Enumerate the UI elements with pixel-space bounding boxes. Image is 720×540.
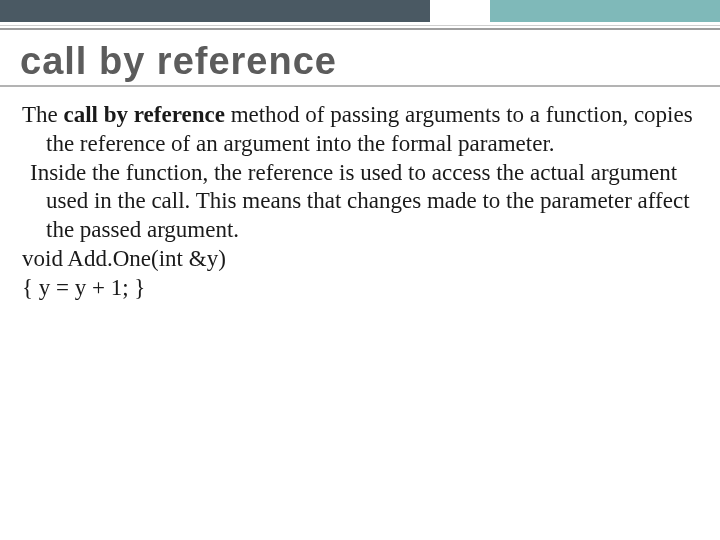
header-bar xyxy=(0,0,720,34)
code-block: void Add.One(int &y) { y = y + 1; } xyxy=(22,245,698,303)
header-medium-rule xyxy=(0,28,720,30)
paragraph-1: The call by reference method of passing … xyxy=(22,101,698,159)
header-segment-gap xyxy=(430,0,490,22)
header-segment-dark xyxy=(0,0,430,22)
paragraph-2: Inside the function, the reference is us… xyxy=(22,159,698,245)
slide-title: call by reference xyxy=(0,34,720,85)
header-thin-rule xyxy=(0,25,720,26)
header-segment-teal xyxy=(490,0,720,22)
code-line-1: void Add.One(int &y) xyxy=(22,245,698,274)
code-line-2: { y = y + 1; } xyxy=(22,274,698,303)
p1-bold-term: call by reference xyxy=(64,102,225,127)
title-underline xyxy=(0,85,720,87)
slide-body: The call by reference method of passing … xyxy=(0,97,720,302)
p1-lead: The xyxy=(22,102,64,127)
